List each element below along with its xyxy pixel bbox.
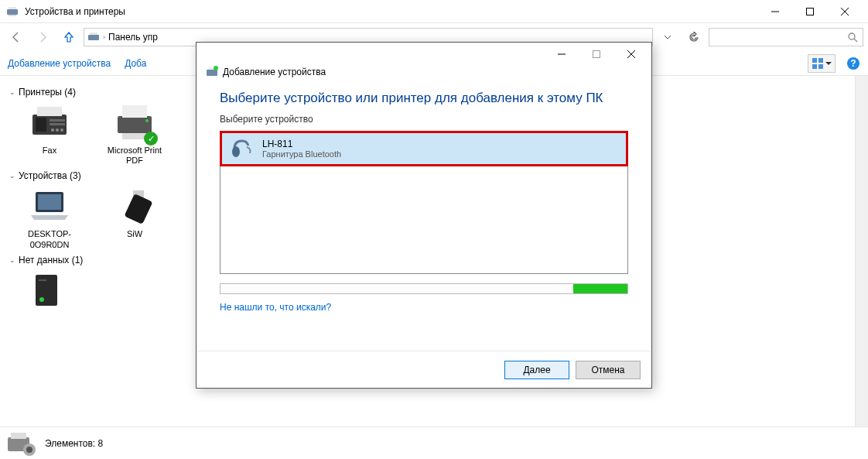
refresh-button[interactable]	[682, 28, 706, 46]
svg-rect-19	[36, 118, 46, 132]
dropdown-button[interactable]	[656, 28, 679, 46]
svg-rect-14	[818, 64, 823, 69]
svg-rect-41	[593, 51, 600, 58]
svg-point-39	[26, 447, 32, 453]
dialog-button-row: Далее Отмена	[196, 351, 651, 388]
svg-rect-32	[124, 194, 152, 224]
svg-rect-37	[11, 433, 26, 439]
view-mode-button[interactable]	[808, 54, 836, 73]
svg-rect-18	[37, 107, 62, 116]
svg-line-10	[854, 39, 857, 42]
device-item-siw[interactable]: SiW	[99, 184, 170, 249]
breadcrumb-segment[interactable]: Панель упр	[108, 32, 158, 43]
svg-rect-21	[50, 123, 65, 125]
status-elements-count: Элементов: 8	[45, 438, 103, 449]
svg-rect-11	[812, 58, 817, 63]
svg-point-24	[60, 128, 63, 132]
svg-rect-1	[9, 7, 16, 9]
device-label: SiW	[127, 229, 142, 239]
search-input[interactable]	[709, 28, 863, 46]
svg-text:?: ?	[850, 58, 856, 69]
svg-point-35	[39, 297, 44, 302]
svg-point-9	[849, 33, 855, 39]
svg-rect-2	[9, 15, 16, 16]
device-name: LH-811	[262, 139, 341, 149]
search-icon	[847, 32, 858, 43]
svg-rect-7	[88, 35, 99, 40]
dialog-close-button[interactable]	[613, 43, 648, 65]
devices-printers-icon	[6, 430, 37, 457]
dialog-minimize-button[interactable]	[544, 43, 579, 65]
svg-point-47	[232, 146, 240, 157]
device-wizard-icon	[206, 66, 218, 78]
device-item-desktop[interactable]: DESKTOP-0O9R0DN	[14, 184, 85, 249]
forward-button[interactable]	[31, 26, 54, 49]
svg-rect-30	[38, 194, 61, 210]
group-label: Устройства (3)	[19, 170, 81, 181]
svg-point-22	[51, 128, 54, 132]
devices-printers-icon	[6, 5, 19, 18]
svg-rect-44	[207, 70, 217, 76]
window-controls	[757, 0, 862, 22]
add-device-dialog: Добавление устройства Выберите устройств…	[196, 42, 652, 389]
svg-rect-25	[118, 116, 152, 133]
group-label: Принтеры (4)	[19, 87, 76, 98]
svg-rect-13	[812, 64, 817, 69]
maximize-button[interactable]	[792, 0, 827, 22]
svg-point-46	[214, 66, 218, 70]
status-bar: Элементов: 8	[0, 426, 868, 459]
checkmark-badge-icon: ✓	[144, 132, 158, 146]
svg-rect-0	[7, 9, 18, 15]
svg-rect-34	[39, 279, 46, 281]
bluetooth-headset-icon	[230, 136, 255, 161]
dialog-body: Выберите устройство или принтер для доба…	[196, 83, 651, 351]
svg-rect-4	[806, 8, 813, 15]
device-label: Fax	[43, 146, 56, 156]
svg-point-23	[56, 128, 59, 132]
add-device-link[interactable]: Добавление устройства	[8, 58, 111, 69]
cancel-button[interactable]: Отмена	[576, 361, 641, 379]
window-title: Устройства и принтеры	[25, 6, 757, 17]
vertical-scrollbar[interactable]	[855, 76, 868, 426]
svg-rect-8	[90, 33, 97, 35]
svg-rect-20	[50, 119, 65, 122]
window-titlebar: Устройства и принтеры	[0, 0, 868, 23]
next-button[interactable]: Далее	[504, 361, 569, 379]
chevron-right-icon: ›	[103, 33, 105, 41]
device-item-unknown[interactable]	[14, 269, 85, 312]
usb-drive-icon	[113, 184, 156, 228]
group-label: Нет данных (1)	[19, 255, 83, 265]
dialog-maximize-button[interactable]	[579, 43, 613, 65]
dialog-subtitle: Выберите устройство	[220, 114, 628, 125]
close-button[interactable]	[827, 0, 862, 22]
device-entry-selected[interactable]: LH-811 Гарнитура Bluetooth	[220, 131, 628, 166]
chevron-down-icon: ⌄	[9, 256, 15, 264]
help-button[interactable]: ?	[846, 57, 860, 70]
device-type: Гарнитура Bluetooth	[262, 149, 341, 159]
device-label: Microsoft Print PDF	[99, 146, 170, 166]
fax-icon	[28, 101, 71, 144]
dialog-titlebar	[196, 43, 651, 66]
up-button[interactable]	[57, 26, 80, 49]
add-printer-link[interactable]: Доба	[125, 58, 146, 69]
device-label: DESKTOP-0O9R0DN	[14, 229, 85, 249]
dialog-header-text: Добавление устройства	[223, 67, 326, 77]
device-item-fax[interactable]: Fax	[14, 101, 85, 166]
device-item-ms-print-pdf[interactable]: ✓ Microsoft Print PDF	[99, 101, 170, 166]
svg-rect-26	[122, 105, 147, 118]
dialog-title: Выберите устройство или принтер для доба…	[220, 91, 628, 106]
chevron-down-icon: ⌄	[9, 172, 15, 180]
devices-printers-icon	[87, 31, 100, 43]
computer-icon	[28, 269, 71, 312]
back-button[interactable]	[5, 26, 28, 49]
search-progress-bar	[220, 283, 628, 294]
minimize-button[interactable]	[757, 0, 792, 22]
progress-fill	[573, 284, 627, 293]
device-list[interactable]: LH-811 Гарнитура Bluetooth	[220, 131, 628, 274]
svg-point-28	[145, 119, 149, 122]
dialog-header: Добавление устройства	[196, 66, 651, 83]
svg-rect-12	[818, 58, 823, 63]
not-found-link[interactable]: Не нашли то, что искали?	[220, 302, 628, 313]
laptop-icon	[28, 184, 71, 228]
chevron-down-icon: ⌄	[9, 88, 15, 96]
